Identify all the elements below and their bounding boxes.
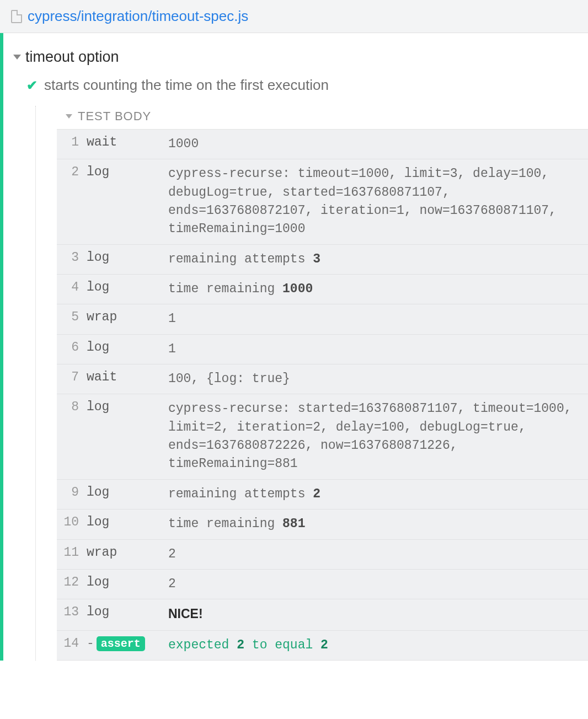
test-body-label: TEST BODY xyxy=(78,109,151,124)
file-icon xyxy=(11,10,22,23)
command-name: log xyxy=(83,570,165,599)
command-name: log xyxy=(83,599,165,630)
assert-badge: assert xyxy=(97,636,145,651)
caret-down-icon xyxy=(66,114,72,119)
command-name: wrap xyxy=(83,304,165,334)
command-name: log xyxy=(83,245,165,274)
command-row[interactable]: 8logcypress-recurse: started=16376808711… xyxy=(57,394,588,479)
command-row[interactable]: 11wrap2 xyxy=(57,540,588,570)
command-number: 9 xyxy=(57,480,83,509)
command-row[interactable]: 3logremaining attempts 3 xyxy=(57,245,588,275)
command-message: cypress-recurse: timeout=1000, limit=3, … xyxy=(165,159,588,244)
test-body: TEST BODY 1wait10002logcypress-recurse: … xyxy=(35,106,588,661)
command-row[interactable]: 7wait100, {log: true} xyxy=(57,364,588,394)
command-name: wrap xyxy=(83,540,165,569)
command-log: 1wait10002logcypress-recurse: timeout=10… xyxy=(57,129,588,661)
command-message: NICE! xyxy=(165,599,588,630)
suite-title: timeout option xyxy=(25,49,119,66)
command-row[interactable]: 4logtime remaining 1000 xyxy=(57,275,588,304)
command-number: 8 xyxy=(57,394,83,479)
command-name: log xyxy=(83,509,165,539)
suite-row[interactable]: timeout option xyxy=(13,44,588,74)
command-row[interactable]: 9logremaining attempts 2 xyxy=(57,480,588,509)
command-message: expected 2 to equal 2 xyxy=(165,631,588,660)
command-message: 100, {log: true} xyxy=(165,364,588,394)
test-content: timeout option ✔ starts counting the tim… xyxy=(0,33,588,661)
command-number: 7 xyxy=(57,364,83,394)
command-name: log xyxy=(83,335,165,364)
command-number: 13 xyxy=(57,599,83,630)
command-name: log xyxy=(83,480,165,509)
command-number: 5 xyxy=(57,304,83,334)
command-message: 1 xyxy=(165,304,588,334)
command-number: 14 xyxy=(57,631,83,660)
command-number: 12 xyxy=(57,570,83,599)
command-message: time remaining 881 xyxy=(165,509,588,539)
command-message: time remaining 1000 xyxy=(165,275,588,304)
test-title: starts counting the time on the first ex… xyxy=(44,77,329,94)
command-name: wait xyxy=(83,364,165,394)
command-row[interactable]: 13logNICE! xyxy=(57,599,588,630)
command-number: 4 xyxy=(57,275,83,304)
command-message: remaining attempts 3 xyxy=(165,245,588,274)
command-name: log xyxy=(83,159,165,244)
command-message: 1000 xyxy=(165,130,588,159)
command-number: 11 xyxy=(57,540,83,569)
command-message: cypress-recurse: started=1637680871107, … xyxy=(165,394,588,479)
command-number: 3 xyxy=(57,245,83,274)
test-row[interactable]: ✔ starts counting the time on the first … xyxy=(13,74,588,106)
command-row[interactable]: 10logtime remaining 881 xyxy=(57,509,588,539)
caret-down-icon xyxy=(13,55,21,60)
command-message: 2 xyxy=(165,570,588,599)
file-header: cypress/integration/timeout-spec.js xyxy=(0,0,588,33)
command-row[interactable]: 6log1 xyxy=(57,335,588,364)
command-name: log xyxy=(83,275,165,304)
command-message: 2 xyxy=(165,540,588,569)
command-number: 10 xyxy=(57,509,83,539)
command-row[interactable]: 14-assertexpected 2 to equal 2 xyxy=(57,631,588,661)
command-name: -assert xyxy=(83,631,165,660)
command-row[interactable]: 1wait1000 xyxy=(57,130,588,159)
command-row[interactable]: 2logcypress-recurse: timeout=1000, limit… xyxy=(57,159,588,244)
command-name: log xyxy=(83,394,165,479)
command-number: 2 xyxy=(57,159,83,244)
test-body-header[interactable]: TEST BODY xyxy=(57,106,588,129)
command-message: remaining attempts 2 xyxy=(165,480,588,509)
check-icon: ✔ xyxy=(26,78,38,93)
command-row[interactable]: 12log2 xyxy=(57,570,588,599)
command-message: 1 xyxy=(165,335,588,364)
command-row[interactable]: 5wrap1 xyxy=(57,304,588,334)
command-name: wait xyxy=(83,130,165,159)
command-number: 1 xyxy=(57,130,83,159)
file-path-link[interactable]: cypress/integration/timeout-spec.js xyxy=(28,8,248,25)
command-number: 6 xyxy=(57,335,83,364)
